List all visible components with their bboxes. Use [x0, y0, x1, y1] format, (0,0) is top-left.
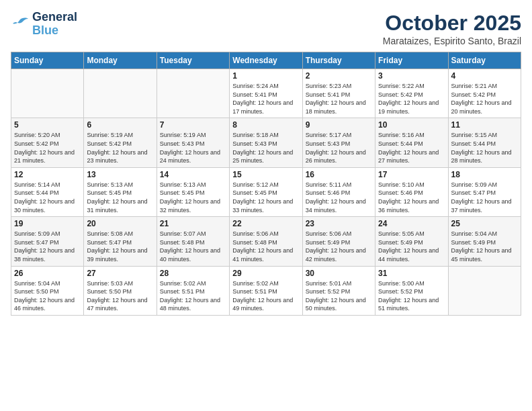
logo-line2: Blue	[32, 24, 77, 38]
calendar-cell: 18Sunrise: 5:09 AMSunset: 5:47 PMDayligh…	[448, 167, 521, 216]
cell-content: Sunrise: 5:02 AMSunset: 5:51 PMDaylight:…	[232, 279, 299, 313]
day-number: 21	[160, 219, 226, 228]
day-number: 16	[306, 170, 372, 179]
cell-content: Sunrise: 5:13 AMSunset: 5:45 PMDaylight:…	[160, 181, 226, 214]
day-number: 31	[378, 269, 445, 278]
day-number: 29	[232, 269, 299, 278]
cell-content: Sunrise: 5:04 AMSunset: 5:49 PMDaylight:…	[451, 230, 518, 263]
cell-content: Sunrise: 5:11 AMSunset: 5:46 PMDaylight:…	[306, 181, 372, 214]
cell-content: Sunrise: 5:10 AMSunset: 5:46 PMDaylight:…	[378, 181, 445, 214]
calendar-cell: 4Sunrise: 5:21 AMSunset: 5:42 PMDaylight…	[448, 69, 521, 118]
calendar-cell: 1Sunrise: 5:24 AMSunset: 5:41 PMDaylight…	[230, 69, 302, 118]
calendar-cell: 22Sunrise: 5:06 AMSunset: 5:48 PMDayligh…	[230, 217, 302, 266]
day-number: 2	[306, 71, 372, 81]
cell-content: Sunrise: 5:02 AMSunset: 5:51 PMDaylight:…	[160, 279, 226, 313]
month-title: October 2025	[383, 11, 521, 36]
cell-content: Sunrise: 5:23 AMSunset: 5:41 PMDaylight:…	[306, 82, 372, 116]
calendar-cell: 24Sunrise: 5:05 AMSunset: 5:49 PMDayligh…	[375, 217, 448, 266]
calendar-cell: 2Sunrise: 5:23 AMSunset: 5:41 PMDaylight…	[302, 69, 375, 118]
day-number: 22	[232, 219, 299, 228]
calendar-cell: 29Sunrise: 5:02 AMSunset: 5:51 PMDayligh…	[230, 266, 302, 315]
cell-content: Sunrise: 5:01 AMSunset: 5:52 PMDaylight:…	[306, 279, 372, 313]
location: Marataizes, Espirito Santo, Brazil	[383, 36, 521, 46]
day-number: 12	[14, 170, 81, 179]
cell-content: Sunrise: 5:12 AMSunset: 5:45 PMDaylight:…	[232, 181, 299, 214]
calendar-cell: 11Sunrise: 5:15 AMSunset: 5:44 PMDayligh…	[448, 118, 521, 167]
calendar-cell: 23Sunrise: 5:06 AMSunset: 5:49 PMDayligh…	[302, 217, 375, 266]
calendar-cell	[11, 69, 84, 118]
calendar-cell: 9Sunrise: 5:17 AMSunset: 5:43 PMDaylight…	[302, 118, 375, 167]
day-number: 15	[232, 170, 299, 179]
cell-content: Sunrise: 5:00 AMSunset: 5:52 PMDaylight:…	[378, 279, 445, 313]
calendar-cell	[448, 266, 521, 315]
weekday-header-monday: Monday	[84, 52, 157, 69]
day-number: 1	[232, 71, 299, 81]
cell-content: Sunrise: 5:19 AMSunset: 5:42 PMDaylight:…	[87, 131, 153, 165]
calendar-cell: 10Sunrise: 5:16 AMSunset: 5:44 PMDayligh…	[375, 118, 448, 167]
cell-content: Sunrise: 5:07 AMSunset: 5:48 PMDaylight:…	[160, 230, 226, 263]
calendar-cell: 5Sunrise: 5:20 AMSunset: 5:42 PMDaylight…	[11, 118, 84, 167]
day-number: 23	[306, 219, 372, 228]
day-number: 24	[378, 219, 445, 228]
cell-content: Sunrise: 5:24 AMSunset: 5:41 PMDaylight:…	[232, 82, 299, 116]
logo-line1: General	[32, 11, 77, 24]
day-number: 9	[306, 120, 372, 130]
day-number: 17	[378, 170, 445, 179]
week-row-3: 12Sunrise: 5:14 AMSunset: 5:44 PMDayligh…	[11, 167, 521, 216]
cell-content: Sunrise: 5:04 AMSunset: 5:50 PMDaylight:…	[14, 279, 81, 313]
cell-content: Sunrise: 5:16 AMSunset: 5:44 PMDaylight:…	[378, 131, 445, 165]
day-number: 13	[87, 170, 153, 179]
cell-content: Sunrise: 5:20 AMSunset: 5:42 PMDaylight:…	[14, 131, 81, 165]
weekday-header-friday: Friday	[375, 52, 448, 69]
calendar-cell: 26Sunrise: 5:04 AMSunset: 5:50 PMDayligh…	[11, 266, 84, 315]
cell-content: Sunrise: 5:05 AMSunset: 5:49 PMDaylight:…	[378, 230, 445, 263]
cell-content: Sunrise: 5:15 AMSunset: 5:44 PMDaylight:…	[451, 131, 518, 165]
day-number: 7	[160, 120, 226, 130]
calendar-table: SundayMondayTuesdayWednesdayThursdayFrid…	[11, 52, 521, 316]
day-number: 3	[378, 71, 445, 81]
calendar-cell	[84, 69, 157, 118]
weekday-header-row: SundayMondayTuesdayWednesdayThursdayFrid…	[11, 52, 521, 69]
cell-content: Sunrise: 5:19 AMSunset: 5:43 PMDaylight:…	[160, 131, 226, 165]
day-number: 19	[14, 219, 81, 228]
cell-content: Sunrise: 5:13 AMSunset: 5:45 PMDaylight:…	[87, 181, 153, 214]
title-block: October 2025 Marataizes, Espirito Santo,…	[383, 11, 521, 46]
calendar-cell: 21Sunrise: 5:07 AMSunset: 5:48 PMDayligh…	[157, 217, 229, 266]
calendar-cell: 27Sunrise: 5:03 AMSunset: 5:50 PMDayligh…	[84, 266, 157, 315]
calendar-cell: 3Sunrise: 5:22 AMSunset: 5:42 PMDaylight…	[375, 69, 448, 118]
cell-content: Sunrise: 5:22 AMSunset: 5:42 PMDaylight:…	[378, 82, 445, 116]
day-number: 5	[14, 120, 81, 130]
cell-content: Sunrise: 5:21 AMSunset: 5:42 PMDaylight:…	[451, 82, 518, 116]
day-number: 27	[87, 269, 153, 278]
calendar-cell: 13Sunrise: 5:13 AMSunset: 5:45 PMDayligh…	[84, 167, 157, 216]
day-number: 6	[87, 120, 153, 130]
cell-content: Sunrise: 5:06 AMSunset: 5:48 PMDaylight:…	[232, 230, 299, 263]
calendar-cell: 6Sunrise: 5:19 AMSunset: 5:42 PMDaylight…	[84, 118, 157, 167]
calendar-cell: 12Sunrise: 5:14 AMSunset: 5:44 PMDayligh…	[11, 167, 84, 216]
cell-content: Sunrise: 5:14 AMSunset: 5:44 PMDaylight:…	[14, 181, 81, 214]
calendar-cell: 15Sunrise: 5:12 AMSunset: 5:45 PMDayligh…	[230, 167, 302, 216]
day-number: 11	[451, 120, 518, 130]
cell-content: Sunrise: 5:18 AMSunset: 5:43 PMDaylight:…	[232, 131, 299, 165]
calendar-cell: 28Sunrise: 5:02 AMSunset: 5:51 PMDayligh…	[157, 266, 229, 315]
calendar-cell: 19Sunrise: 5:09 AMSunset: 5:47 PMDayligh…	[11, 217, 84, 266]
week-row-2: 5Sunrise: 5:20 AMSunset: 5:42 PMDaylight…	[11, 118, 521, 167]
page-header: General Blue October 2025 Marataizes, Es…	[11, 11, 521, 46]
cell-content: Sunrise: 5:06 AMSunset: 5:49 PMDaylight:…	[306, 230, 372, 263]
calendar-cell: 14Sunrise: 5:13 AMSunset: 5:45 PMDayligh…	[157, 167, 229, 216]
calendar-cell	[157, 69, 229, 118]
weekday-header-saturday: Saturday	[448, 52, 521, 69]
cell-content: Sunrise: 5:09 AMSunset: 5:47 PMDaylight:…	[451, 181, 518, 214]
weekday-header-tuesday: Tuesday	[157, 52, 229, 69]
calendar-cell: 8Sunrise: 5:18 AMSunset: 5:43 PMDaylight…	[230, 118, 302, 167]
weekday-header-sunday: Sunday	[11, 52, 84, 69]
cell-content: Sunrise: 5:08 AMSunset: 5:47 PMDaylight:…	[87, 230, 153, 263]
cell-content: Sunrise: 5:03 AMSunset: 5:50 PMDaylight:…	[87, 279, 153, 313]
calendar-cell: 31Sunrise: 5:00 AMSunset: 5:52 PMDayligh…	[375, 266, 448, 315]
day-number: 10	[378, 120, 445, 130]
calendar-cell: 30Sunrise: 5:01 AMSunset: 5:52 PMDayligh…	[302, 266, 375, 315]
calendar-cell: 17Sunrise: 5:10 AMSunset: 5:46 PMDayligh…	[375, 167, 448, 216]
day-number: 28	[160, 269, 226, 278]
week-row-1: 1Sunrise: 5:24 AMSunset: 5:41 PMDaylight…	[11, 69, 521, 118]
day-number: 18	[451, 170, 518, 179]
